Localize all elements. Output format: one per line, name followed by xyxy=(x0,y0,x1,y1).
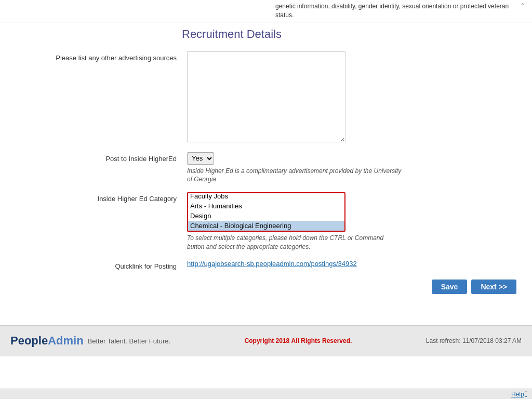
post-highered-select[interactable]: Yes No xyxy=(187,152,214,165)
quicklink-control: http://ugajobsearch-sb.peopleadmin.com/p… xyxy=(187,260,447,268)
form-section: Please list any other advertising source… xyxy=(0,51,532,271)
bottom-bar: Help ˇ xyxy=(0,389,532,399)
footer-brand: PeopleAdmin Better Talent. Better Future… xyxy=(10,334,170,348)
category-row: Inside Higher Ed Category Faculty Jobs A… xyxy=(10,192,522,251)
chevron-down-icon: ˇ xyxy=(525,391,527,397)
footer-copyright: Copyright 2018 All Rights Reserved. xyxy=(245,337,352,344)
category-option-chemical: Chemical - Biological Engineering xyxy=(188,221,344,231)
content-area[interactable]: Recruitment Details Please list any othe… xyxy=(0,22,532,389)
footer: PeopleAdmin Better Talent. Better Future… xyxy=(0,325,532,356)
category-listbox[interactable]: Faculty Jobs Arts - Humanities Design Ch… xyxy=(187,192,345,232)
top-notice-bar: genetic information, disability, gender … xyxy=(0,0,532,22)
quicklink-label: Quicklink for Posting xyxy=(10,260,187,271)
copyright-suffix: Rights Reserved. xyxy=(301,337,352,344)
category-option-design: Design xyxy=(188,211,344,221)
page-wrapper: Recruitment Details Please list any othe… xyxy=(0,22,532,389)
buttons-row: Save Next >> xyxy=(0,280,532,294)
top-notice-text: genetic information, disability, gender … xyxy=(275,2,518,20)
category-option-arts: Arts - Humanities xyxy=(188,201,344,211)
footer-refresh: Last refresh: 11/07/2018 03:27 AM xyxy=(426,337,522,344)
brand-admin: Admin xyxy=(48,334,83,347)
post-highered-row: Post to Inside HigherEd Yes No Inside Hi… xyxy=(10,152,522,184)
category-option-faculty: Faculty Jobs xyxy=(188,192,344,201)
category-label: Inside Higher Ed Category xyxy=(10,192,187,204)
scroll-up-indicator[interactable]: ˄ xyxy=(518,2,527,12)
advertising-sources-row: Please list any other advertising source… xyxy=(10,51,522,144)
spacer xyxy=(0,304,532,325)
copyright-highlight: All xyxy=(291,337,299,344)
brand-logo: PeopleAdmin xyxy=(10,334,84,348)
help-link[interactable]: Help ˇ xyxy=(511,391,527,398)
help-label: Help xyxy=(511,391,524,398)
category-control: Faculty Jobs Arts - Humanities Design Ch… xyxy=(187,192,447,251)
brand-tagline: Better Talent. Better Future. xyxy=(88,337,170,345)
advertising-sources-control xyxy=(187,51,447,144)
advertising-sources-label: Please list any other advertising source… xyxy=(10,51,187,63)
quicklink-row: Quicklink for Posting http://ugajobsearc… xyxy=(10,260,522,271)
post-highered-hint: Inside Higher Ed is a complimentary adve… xyxy=(187,167,405,184)
post-highered-control: Yes No Inside Higher Ed is a complimenta… xyxy=(187,152,447,184)
post-highered-label: Post to Inside HigherEd xyxy=(10,152,187,164)
quicklink-url[interactable]: http://ugajobsearch-sb.peopleadmin.com/p… xyxy=(187,260,357,268)
save-button[interactable]: Save xyxy=(432,280,468,294)
brand-people: People xyxy=(10,334,48,347)
next-button[interactable]: Next >> xyxy=(471,280,516,294)
page-title: Recruitment Details xyxy=(182,28,532,41)
advertising-sources-textarea[interactable] xyxy=(187,51,345,142)
category-hint: To select multiple categories, please ho… xyxy=(187,234,384,251)
copyright-prefix: Copyright 2018 xyxy=(245,337,290,344)
